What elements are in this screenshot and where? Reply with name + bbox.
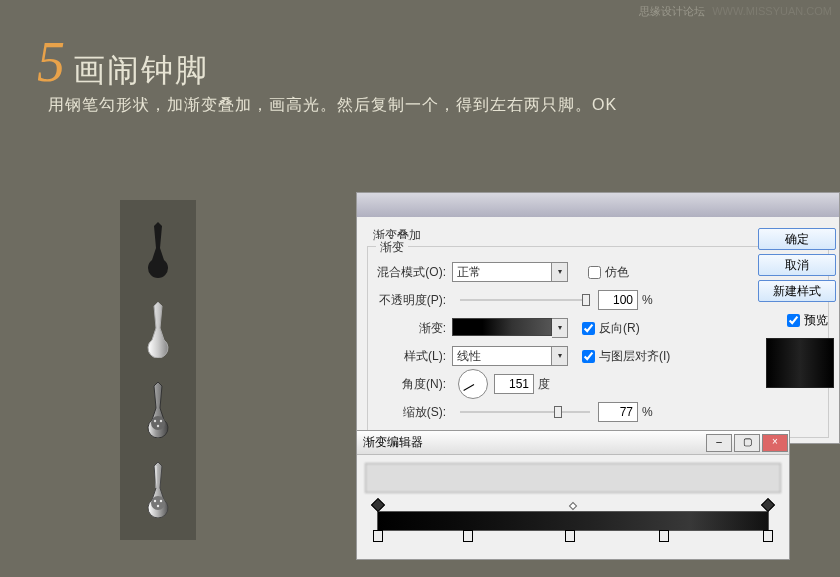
dither-checkbox[interactable]: [588, 266, 601, 279]
color-stop[interactable]: [659, 530, 669, 542]
svg-point-6: [160, 500, 162, 502]
thumb-3: [138, 378, 178, 442]
preview-checkbox[interactable]: [787, 314, 800, 327]
gradient-preview[interactable]: [452, 318, 552, 336]
angle-dial[interactable]: [458, 369, 488, 399]
color-stop[interactable]: [463, 530, 473, 542]
thumb-2: [138, 298, 178, 362]
opacity-slider[interactable]: [460, 291, 590, 309]
step-description: 用钢笔勾形状，加渐变叠加，画高光。然后复制一个，得到左右两只脚。OK: [48, 95, 617, 116]
scale-unit: %: [642, 405, 653, 419]
blend-label: 混合模式(O):: [376, 264, 446, 281]
svg-point-2: [160, 420, 162, 422]
watermark-site: 思缘设计论坛: [639, 5, 705, 17]
angle-input[interactable]: [494, 374, 534, 394]
opacity-label: 不透明度(P):: [376, 292, 446, 309]
scale-slider[interactable]: [460, 403, 590, 421]
reverse-label: 反向(R): [599, 320, 640, 337]
svg-point-4: [151, 496, 165, 510]
step-title: 画闹钟脚: [73, 49, 209, 93]
scale-label: 缩放(S):: [376, 404, 446, 421]
chevron-down-icon[interactable]: ▾: [552, 262, 568, 282]
align-label: 与图层对齐(I): [599, 348, 670, 365]
new-style-button[interactable]: 新建样式: [758, 280, 836, 302]
thumb-1: [138, 218, 178, 282]
angle-unit: 度: [538, 376, 550, 393]
preview-swatch: [766, 338, 834, 388]
opacity-unit: %: [642, 293, 653, 307]
watermark-url: WWW.MISSYUAN.COM: [712, 5, 832, 17]
gradient-bar-wrap: [377, 511, 769, 531]
group-legend: 渐变: [376, 239, 408, 256]
color-stop[interactable]: [373, 530, 383, 542]
opacity-input[interactable]: [598, 290, 638, 310]
align-checkbox[interactable]: [582, 350, 595, 363]
thumb-4: [138, 458, 178, 522]
close-icon[interactable]: ×: [762, 434, 788, 452]
cancel-button[interactable]: 取消: [758, 254, 836, 276]
chevron-down-icon[interactable]: ▾: [552, 318, 568, 338]
opacity-stop-right[interactable]: [761, 498, 775, 512]
svg-point-5: [154, 500, 156, 502]
gradient-editor-titlebar[interactable]: 渐变编辑器 – ▢ ×: [357, 431, 789, 455]
color-stop[interactable]: [763, 530, 773, 542]
watermark: 思缘设计论坛 WWW.MISSYUAN.COM: [639, 4, 832, 19]
style-select[interactable]: 线性: [452, 346, 552, 366]
step-number: 5: [37, 30, 65, 94]
reverse-checkbox[interactable]: [582, 322, 595, 335]
svg-point-0: [151, 416, 165, 430]
blend-select[interactable]: 正常: [452, 262, 552, 282]
dither-label: 仿色: [605, 264, 629, 281]
minimize-icon[interactable]: –: [706, 434, 732, 452]
svg-point-7: [157, 505, 159, 507]
gradient-editor-title: 渐变编辑器: [363, 434, 423, 451]
svg-point-3: [157, 425, 159, 427]
style-label: 样式(L):: [376, 348, 446, 365]
gradient-presets[interactable]: [365, 463, 781, 493]
svg-point-1: [154, 420, 156, 422]
opacity-midpoint[interactable]: [569, 502, 577, 510]
step-header: 5 画闹钟脚: [37, 30, 209, 94]
opacity-stop-left[interactable]: [371, 498, 385, 512]
gradient-label: 渐变:: [376, 320, 446, 337]
scale-input[interactable]: [598, 402, 638, 422]
gradient-editor-window: 渐变编辑器 – ▢ ×: [356, 430, 790, 560]
color-stop[interactable]: [565, 530, 575, 542]
angle-label: 角度(N):: [376, 376, 446, 393]
maximize-icon[interactable]: ▢: [734, 434, 760, 452]
panel-titlebar[interactable]: [357, 193, 839, 217]
gradient-bar[interactable]: [377, 511, 769, 531]
chevron-down-icon[interactable]: ▾: [552, 346, 568, 366]
thumbnail-strip: [120, 200, 196, 540]
preview-label: 预览: [804, 312, 828, 329]
dialog-buttons: 确定 取消 新建样式 预览: [758, 228, 840, 329]
ok-button[interactable]: 确定: [758, 228, 836, 250]
